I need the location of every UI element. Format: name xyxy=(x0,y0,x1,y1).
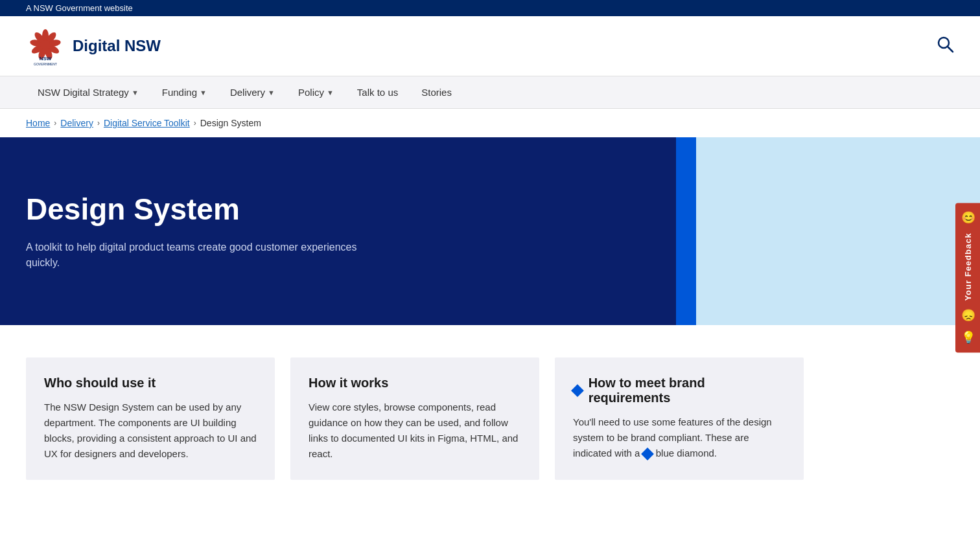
card-who-should-use: Who should use it The NSW Design System … xyxy=(26,357,275,480)
breadcrumb-delivery[interactable]: Delivery xyxy=(60,118,93,128)
feedback-happy-icon[interactable]: 😊 xyxy=(961,210,975,225)
chevron-down-icon: ▼ xyxy=(268,89,275,96)
svg-text:NSW: NSW xyxy=(40,56,52,62)
cards-section: Who should use it The NSW Design System … xyxy=(0,325,980,512)
nav-item-digital-strategy[interactable]: NSW Digital Strategy ▼ xyxy=(26,76,150,108)
nav-item-policy[interactable]: Policy ▼ xyxy=(286,76,345,108)
feedback-idea-icon[interactable]: 💡 xyxy=(961,330,975,345)
feedback-label: Your Feedback xyxy=(963,232,973,300)
nav-item-talk-to-us[interactable]: Talk to us xyxy=(345,76,410,108)
hero-dark-panel: Design System A toolkit to help digital … xyxy=(0,137,676,325)
top-bar-label: A NSW Government website xyxy=(26,3,133,13)
card-text-who: The NSW Design System can be used by any… xyxy=(44,400,257,462)
breadcrumb-home[interactable]: Home xyxy=(26,118,50,128)
breadcrumb-digital-service-toolkit[interactable]: Digital Service Toolkit xyxy=(104,118,190,128)
top-bar: A NSW Government website xyxy=(0,0,980,16)
breadcrumb-separator: › xyxy=(194,119,196,128)
inline-diamond-icon xyxy=(641,447,654,460)
svg-text:GOVERNMENT: GOVERNMENT xyxy=(34,62,57,65)
card-title-brand: How to meet brand requirements xyxy=(573,376,786,405)
main-nav: NSW Digital Strategy ▼ Funding ▼ Deliver… xyxy=(0,76,980,109)
hero-subtitle: A toolkit to help digital product teams … xyxy=(26,240,363,271)
cards-grid: Who should use it The NSW Design System … xyxy=(26,357,804,480)
breadcrumb-separator: › xyxy=(97,119,100,128)
card-title-how: How it works xyxy=(309,376,521,391)
header-logo-area: NSW GOVERNMENT Digital NSW xyxy=(26,27,161,65)
search-icon xyxy=(936,35,954,53)
hero-section: Design System A toolkit to help digital … xyxy=(0,137,980,325)
chevron-down-icon: ▼ xyxy=(327,89,334,96)
card-text-how: View core styles, browse components, rea… xyxy=(309,400,521,462)
feedback-sidebar[interactable]: 😊 Your Feedback 😞 💡 xyxy=(955,203,980,352)
nav-item-delivery[interactable]: Delivery ▼ xyxy=(218,76,286,108)
nav-item-stories[interactable]: Stories xyxy=(410,76,463,108)
svg-point-10 xyxy=(41,40,50,49)
nav-item-funding[interactable]: Funding ▼ xyxy=(150,76,218,108)
site-name: Digital NSW xyxy=(73,37,161,55)
svg-line-14 xyxy=(948,47,953,52)
nsw-logo[interactable]: NSW GOVERNMENT Digital NSW xyxy=(26,27,161,65)
breadcrumb-separator: › xyxy=(54,119,56,128)
nsw-waratah-icon: NSW GOVERNMENT xyxy=(26,27,65,65)
chevron-down-icon: ▼ xyxy=(200,89,207,96)
hero-light-panel xyxy=(696,137,981,325)
card-how-it-works: How it works View core styles, browse co… xyxy=(290,357,539,480)
card-text-brand: You'll need to use some features of the … xyxy=(573,414,786,461)
card-title-who: Who should use it xyxy=(44,376,257,391)
breadcrumb-current: Design System xyxy=(200,118,261,128)
breadcrumb: Home › Delivery › Digital Service Toolki… xyxy=(0,109,980,137)
card-brand-requirements: How to meet brand requirements You'll ne… xyxy=(555,357,804,480)
diamond-icon xyxy=(571,384,584,397)
page-title: Design System xyxy=(26,192,650,227)
chevron-down-icon: ▼ xyxy=(132,89,139,96)
hero-accent-bar xyxy=(676,137,695,325)
site-header: NSW GOVERNMENT Digital NSW xyxy=(0,16,980,76)
feedback-sad-icon[interactable]: 😞 xyxy=(961,308,975,323)
search-button[interactable] xyxy=(936,35,954,57)
